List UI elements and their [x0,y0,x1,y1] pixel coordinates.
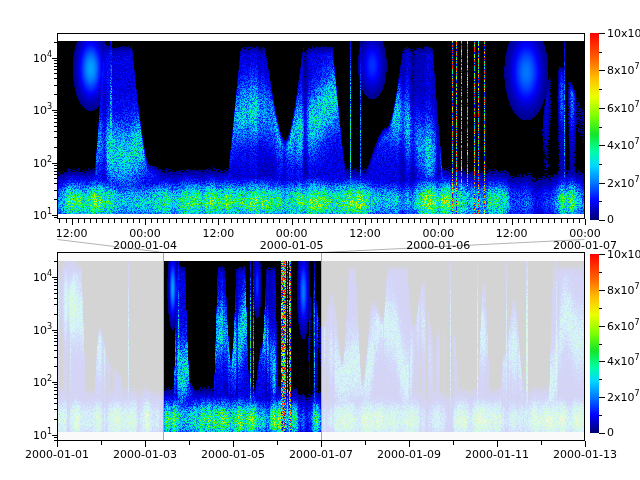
y-minor-tick [54,261,57,262]
x-major-tick [497,441,498,447]
colorbar-major-tick [599,145,605,146]
colorbar-tick-label: 0 [607,214,614,226]
x-minor-tick [530,219,531,223]
x-minor-tick [396,219,397,223]
x-minor-tick [133,219,134,223]
colorbar-minor-tick [599,52,602,53]
colorbar-major-tick [599,183,605,184]
y-minor-tick [54,122,57,123]
x-minor-tick [518,219,519,223]
colorbar-minor-tick [599,415,602,416]
y-minor-tick [54,338,57,339]
x-minor-tick [151,219,152,223]
y-minor-tick [54,304,57,305]
x-major-tick [145,219,146,225]
x-minor-tick [402,219,403,223]
x-date-label: 2000-01-05 [201,449,265,461]
exponent: 3 [47,102,52,111]
exponent: 1 [47,427,52,436]
detail-plot-frame [57,33,585,219]
colorbar-tick-label: 2x107 [607,390,640,404]
x-minor-tick [377,219,378,223]
x-minor-tick [469,219,470,223]
exponent: 7 [635,100,640,109]
x-minor-tick [96,219,97,223]
exponent: 7 [635,389,640,398]
x-minor-tick [304,219,305,223]
exponent: 2 [47,155,52,164]
x-minor-tick [426,219,427,223]
exponent: 7 [635,282,640,291]
y-tick-label: 103 [33,323,52,337]
x-minor-tick [188,219,189,223]
y-minor-tick [54,165,57,166]
y-minor-tick [54,332,57,333]
exponent: 1 [47,207,52,216]
y-minor-tick [54,199,57,200]
colorbar-minor-tick [599,379,602,380]
y-minor-tick [54,419,57,420]
y-minor-tick [54,190,57,191]
colorbar-tick-label: 8x107 [607,283,640,297]
colorbar-major-tick [599,70,605,71]
y-minor-tick [54,73,57,74]
y-minor-tick [54,112,57,113]
x-date-label: 2000-01-07 [289,449,353,461]
colorbar-tick-label: 4x107 [607,355,640,369]
spectrogram-browser-window: 12:0000:002000-01-0412:0000:002000-01-05… [0,0,640,480]
exponent: 4 [47,50,52,59]
x-minor-tick [267,219,268,223]
x-date-label: 2000-01-05 [260,240,324,252]
x-minor-tick [451,219,452,223]
y-minor-tick [54,390,57,391]
y-minor-tick [54,440,57,441]
y-minor-tick [54,350,57,351]
y-minor-tick [54,282,57,283]
colorbar-major-tick [599,361,605,362]
colorbar-tick-label: 8x107 [607,64,640,78]
colorbar-minor-tick [599,272,602,273]
colorbar-tick-label: 0 [607,427,614,439]
y-minor-tick [54,289,57,290]
x-minor-tick [169,219,170,223]
x-minor-tick [66,219,67,223]
x-tick-label: 12:00 [202,228,234,240]
x-minor-tick [579,219,580,223]
x-major-tick [512,219,513,225]
x-minor-tick [237,219,238,223]
x-minor-tick [261,219,262,223]
x-minor-tick [481,219,482,223]
overview-plot-frame [57,252,585,441]
x-minor-tick [499,219,500,223]
x-minor-tick [347,219,348,223]
y-minor-tick [54,42,57,43]
colorbar-major-tick [599,254,605,255]
y-minor-tick [54,345,57,346]
exponent: 4 [47,269,52,278]
y-minor-tick [54,178,57,179]
x-minor-tick [554,219,555,223]
y-minor-tick [54,115,57,116]
y-minor-tick [54,403,57,404]
x-minor-tick [206,219,207,223]
y-minor-tick [54,69,57,70]
y-minor-tick [54,387,57,388]
x-minor-tick [212,219,213,223]
x-minor-tick [231,219,232,223]
exponent: 7 [635,137,640,146]
x-minor-tick [277,441,278,445]
x-minor-tick [548,219,549,223]
x-minor-tick [310,219,311,223]
colorbar-tick-label: 10x107 [607,26,640,40]
x-minor-tick [84,219,85,223]
x-major-tick [292,219,293,225]
y-minor-tick [54,384,57,385]
y-tick-label: 102 [33,156,52,170]
detail-colorbar[interactable] [590,33,599,220]
overview-colorbar[interactable] [590,254,599,433]
x-minor-tick [163,219,164,223]
colorbar-tick-label: 2x107 [607,176,640,190]
y-minor-tick [54,285,57,286]
x-date-label: 2000-01-11 [465,449,529,461]
x-date-label: 2000-01-09 [377,449,441,461]
